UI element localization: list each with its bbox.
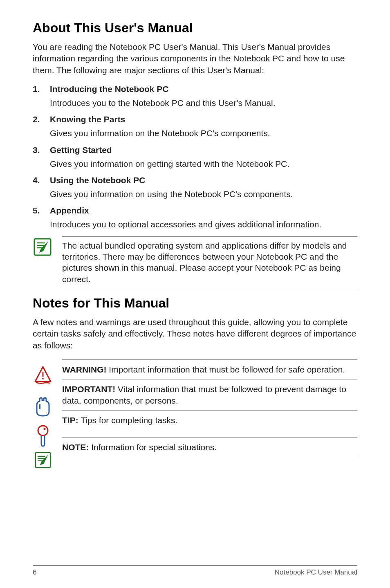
note-text: The actual bundled operating system and … [62,236,357,288]
section-item: 2. Knowing the Parts Gives you informati… [33,114,357,139]
section-desc: Gives you information on using the Noteb… [50,189,357,200]
note-icon [33,236,53,257]
section-title: Knowing the Parts [50,114,125,124]
section-desc: Gives you information on getting started… [50,158,357,170]
sections-list: 1. Introducing the Notebook PC Introduce… [33,84,357,231]
svg-point-2 [42,378,44,379]
section-item: 3. Getting Started Gives you information… [33,145,357,170]
section-num: 1. [33,84,42,94]
callout-important: IMPORTANT! Vital information that must b… [62,379,357,410]
callout-text: Important information that must be follo… [107,365,345,374]
section-title: Appendix [50,206,89,215]
heading-notes: Notes for This Manual [33,296,357,311]
callout-label: IMPORTANT! [62,384,115,394]
section-item: 4. Using the Notebook PC Gives you infor… [33,175,357,200]
svg-rect-3 [39,404,40,409]
callout-label: WARNING! [62,365,107,374]
callout-text: Tips for completing tasks. [78,415,178,425]
callout-warning: WARNING! Important information that must… [62,359,357,379]
section-title: Getting Started [50,145,112,155]
icon-column [33,359,53,471]
footer-title: Notebook PC User Manual [275,568,357,577]
svg-point-5 [44,428,46,430]
section-item: 1. Introducing the Notebook PC Introduce… [33,84,357,109]
section-title: Using the Notebook PC [50,175,145,185]
section-num: 5. [33,206,42,215]
page-footer: 6 Notebook PC User Manual [33,565,357,577]
callout-label: TIP: [62,415,78,425]
warning-icon [34,359,52,391]
section-num: 3. [33,145,42,155]
page-number: 6 [33,568,36,577]
callout-text: Information for special situations. [89,442,217,452]
section-desc: Gives you information on the Notebook PC… [50,128,357,139]
section-num: 2. [33,114,42,124]
note-icon [34,449,52,471]
section-desc: Introduces you to the Notebook PC and th… [50,97,357,109]
tip-icon [36,423,50,449]
intro-about: You are reading the Notebook PC User's M… [33,41,357,76]
callout-tip: TIP: Tips for completing tasks. [62,410,357,437]
callout-label: NOTE: [62,442,89,452]
note-block: The actual bundled operating system and … [33,236,357,288]
intro-notes: A few notes and warnings are used throug… [33,316,357,351]
callout-stack: WARNING! Important information that must… [33,359,357,471]
section-title: Introducing the Notebook PC [50,84,168,94]
heading-about: About This User's Manual [33,20,357,36]
callout-note: NOTE: Information for special situations… [62,437,357,457]
important-icon [34,391,52,423]
section-desc: Introduces you to optional accessories a… [50,219,357,230]
section-num: 4. [33,175,42,185]
section-item: 5. Appendix Introduces you to optional a… [33,206,357,230]
callout-content-column: WARNING! Important information that must… [62,359,357,471]
svg-point-4 [38,426,48,435]
